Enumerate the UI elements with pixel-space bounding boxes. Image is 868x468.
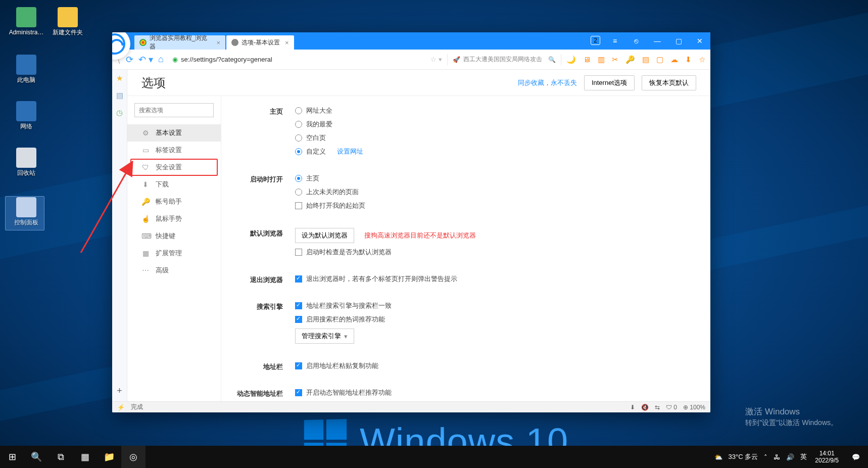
- sidebar-item-icon: 🛡: [141, 163, 150, 171]
- reload-button[interactable]: ⟳: [126, 54, 133, 65]
- volume-icon[interactable]: 🔊: [786, 453, 794, 461]
- key-icon[interactable]: 🔑: [625, 55, 635, 64]
- star-icon[interactable]: ☆: [699, 55, 705, 64]
- tab-count-badge[interactable]: 2: [591, 36, 600, 45]
- maximize-button[interactable]: ▢: [668, 32, 689, 50]
- scissors-icon[interactable]: ✂: [612, 55, 618, 64]
- download-status-icon[interactable]: ⬇: [630, 404, 635, 411]
- restore-defaults-button[interactable]: 恢复本页默认: [642, 75, 696, 90]
- lightning-icon[interactable]: ⚡: [117, 404, 125, 411]
- search-button[interactable]: 🔍: [24, 446, 49, 468]
- sidebar-item-帐号助手[interactable]: 🔑帐号助手: [130, 193, 218, 210]
- extension-icon[interactable]: ⎋: [625, 32, 647, 50]
- sidebar-item-icon: 🔑: [141, 198, 150, 206]
- sidebar-item-鼠标手势[interactable]: ☝鼠标手势: [130, 210, 218, 227]
- startup-radio[interactable]: [295, 175, 302, 182]
- startup-radio[interactable]: [295, 189, 302, 196]
- tray-chevron-icon[interactable]: ˄: [764, 453, 767, 461]
- manage-search-engines-button[interactable]: 管理搜索引擎▾: [295, 329, 354, 344]
- desktop-icon[interactable]: 网络: [7, 101, 45, 130]
- file-explorer-button[interactable]: 📁: [97, 446, 121, 468]
- taskbar-clock[interactable]: 14:01 2022/9/5: [810, 450, 844, 464]
- weather-icon[interactable]: ⛅: [714, 453, 722, 461]
- homepage-radio[interactable]: [295, 107, 302, 114]
- tab-strip: 浏览器实用教程_浏览器×选项-基本设置×: [134, 32, 295, 50]
- sidebar-item-安全设置[interactable]: 🛡安全设置: [130, 159, 218, 176]
- minimize-button[interactable]: —: [647, 32, 668, 50]
- sidebar-item-icon: ☝: [141, 215, 150, 223]
- download-icon[interactable]: ⬇: [685, 55, 692, 64]
- radio-label: 自定义: [306, 147, 326, 156]
- favorites-icon[interactable]: ★: [116, 74, 123, 83]
- sidebar-item-基本设置[interactable]: ⚙基本设置: [127, 124, 221, 142]
- sync-favorites-link[interactable]: 同步收藏，永不丢失: [518, 78, 577, 87]
- weather-text[interactable]: 33°C 多云: [729, 452, 758, 461]
- sidebar-item-icon: ⚙: [141, 129, 150, 137]
- start-button[interactable]: ⊞: [0, 446, 24, 468]
- internet-options-button[interactable]: Internet选项: [584, 75, 635, 90]
- desktop-icon[interactable]: 新建文件夹: [49, 7, 87, 36]
- always-open-startpage-checkbox[interactable]: [295, 202, 302, 209]
- bookmark-star-icon[interactable]: ☆ ▾: [430, 56, 442, 63]
- desktop-icon[interactable]: 此电脑: [7, 55, 45, 83]
- grid-icon[interactable]: ▥: [598, 55, 605, 64]
- sidebar-item-下载[interactable]: ⬇下载: [130, 176, 218, 193]
- browser-tab[interactable]: 选项-基本设置×: [226, 35, 294, 50]
- moon-icon[interactable]: 🌙: [566, 55, 576, 64]
- set-url-link[interactable]: 设置网址: [337, 147, 363, 156]
- exit-warning-checkbox[interactable]: [295, 275, 302, 283]
- undo-button[interactable]: ↶ ▾: [138, 54, 153, 65]
- search-box[interactable]: 🚀 西工大遭美国国安局网络攻击 🔍: [453, 55, 556, 64]
- search-options-input[interactable]: [134, 103, 214, 117]
- app-grid-button[interactable]: ▦: [73, 446, 97, 468]
- sidebar-item-label: 鼠标手势: [156, 214, 182, 223]
- home-button[interactable]: ⌂: [158, 54, 164, 65]
- notification-button[interactable]: 💬: [844, 446, 868, 468]
- mute-icon[interactable]: 🔇: [641, 404, 649, 411]
- status-done: 完成: [131, 403, 143, 411]
- taskbar[interactable]: ⊞ 🔍 ⧉ ▦ 📁 ◎ ⛅ 33°C 多云 ˄ 🖧 🔊 英 14:01 2022…: [0, 446, 868, 468]
- add-panel-icon[interactable]: +: [117, 386, 122, 396]
- sidebar-item-扩展管理[interactable]: ▦扩展管理: [130, 245, 218, 262]
- address-bar[interactable]: ◉ se://settings/?category=general: [169, 53, 341, 67]
- book-icon[interactable]: ▤: [116, 91, 123, 100]
- section-label-search-engine: 搜索引擎: [236, 301, 295, 348]
- doc-icon[interactable]: ▤: [642, 55, 649, 64]
- ime-indicator[interactable]: 英: [800, 452, 807, 461]
- homepage-radio[interactable]: [295, 148, 302, 155]
- sidebar-item-icon: ▭: [141, 146, 150, 154]
- hotword-checkbox[interactable]: [295, 316, 302, 323]
- sidebar-item-label: 下载: [156, 180, 169, 189]
- sidebar-item-快捷键[interactable]: ⌨快捷键: [130, 227, 218, 245]
- browser-tab[interactable]: 浏览器实用教程_浏览器×: [134, 35, 225, 50]
- smartbar-enable-checkbox[interactable]: [295, 389, 302, 396]
- rocket-icon: 🚀: [453, 56, 460, 63]
- shield-status-icon[interactable]: 🛡 0: [666, 404, 677, 411]
- address-paste-checkbox[interactable]: [295, 362, 302, 369]
- network-icon[interactable]: 🖧: [774, 453, 780, 461]
- window-icon[interactable]: ▢: [656, 55, 663, 64]
- monitor-icon[interactable]: 🖥: [583, 55, 591, 64]
- homepage-radio[interactable]: [295, 121, 302, 128]
- tab-close-icon[interactable]: ×: [216, 39, 220, 46]
- desktop-icon[interactable]: Administra…: [7, 7, 45, 36]
- sogou-browser-button[interactable]: ◎: [121, 446, 146, 468]
- checkbox-label: 退出浏览器时，若有多个标签页打开则弹出警告提示: [306, 274, 457, 284]
- sidebar-item-高级[interactable]: ⋯高级: [130, 262, 218, 279]
- set-default-browser-button[interactable]: 设为默认浏览器: [295, 228, 354, 243]
- search-icon[interactable]: 🔍: [548, 56, 556, 63]
- check-default-on-startup-checkbox[interactable]: [295, 249, 302, 256]
- close-button[interactable]: ✕: [689, 32, 710, 50]
- homepage-radio[interactable]: [295, 134, 302, 142]
- menu-icon[interactable]: ≡: [604, 32, 625, 50]
- cloud-icon[interactable]: ☁: [670, 55, 678, 64]
- switch-icon[interactable]: ⇆: [655, 404, 660, 411]
- history-icon[interactable]: ◷: [116, 108, 123, 117]
- desktop-icon[interactable]: 回收站: [7, 148, 45, 176]
- search-sync-checkbox[interactable]: [295, 302, 302, 309]
- tab-close-icon[interactable]: ×: [285, 39, 289, 46]
- zoom-label[interactable]: ⊕ 100%: [683, 404, 705, 411]
- task-view-button[interactable]: ⧉: [49, 446, 73, 468]
- browser-titlebar[interactable]: 浏览器实用教程_浏览器×选项-基本设置× 2 ≡ ⎋ — ▢ ✕: [112, 32, 710, 50]
- sidebar-item-标签设置[interactable]: ▭标签设置: [130, 142, 218, 159]
